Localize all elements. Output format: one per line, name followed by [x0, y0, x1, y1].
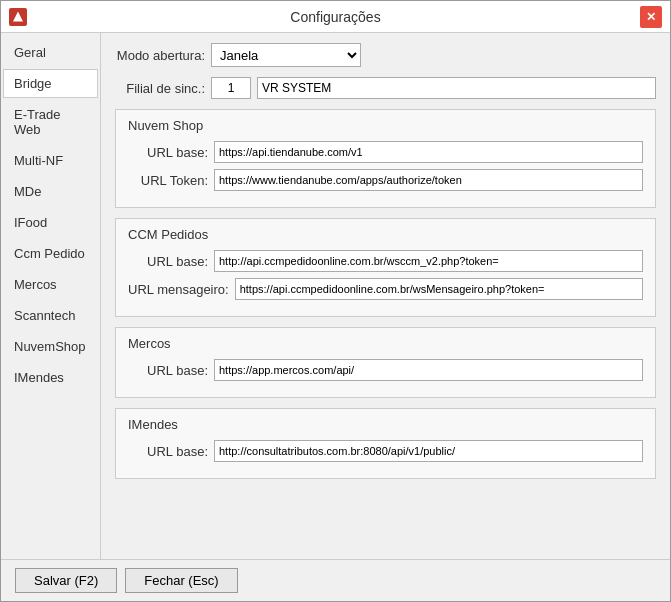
sidebar: Geral Bridge E-Trade Web Multi-NF MDe IF…: [1, 33, 101, 559]
imendes-section: IMendes URL base:: [115, 408, 656, 479]
imendes-url-base-input[interactable]: [214, 440, 643, 462]
mercos-url-base-input[interactable]: [214, 359, 643, 381]
mercos-title: Mercos: [128, 336, 643, 351]
window-title: Configurações: [1, 9, 670, 25]
nuvem-shop-url-token-row: URL Token:: [128, 169, 643, 191]
app-icon: [9, 8, 27, 26]
sidebar-item-mde[interactable]: MDe: [3, 177, 98, 206]
filial-sinc-name-input[interactable]: [257, 77, 656, 99]
ccm-url-base-row: URL base:: [128, 250, 643, 272]
nuvem-shop-url-base-row: URL base:: [128, 141, 643, 163]
ccm-url-msg-input[interactable]: [235, 278, 643, 300]
filial-sinc-label: Filial de sinc.:: [115, 81, 205, 96]
nuvem-shop-url-base-label: URL base:: [128, 145, 208, 160]
sidebar-item-mercos[interactable]: Mercos: [3, 270, 98, 299]
title-bar-left: [9, 8, 27, 26]
sidebar-item-scanntech[interactable]: Scanntech: [3, 301, 98, 330]
modo-abertura-row: Modo abertura: Janela: [115, 43, 656, 67]
nuvem-shop-url-token-label: URL Token:: [128, 173, 208, 188]
sidebar-item-geral[interactable]: Geral: [3, 38, 98, 67]
modo-abertura-label: Modo abertura:: [115, 48, 205, 63]
sidebar-item-imendes[interactable]: IMendes: [3, 363, 98, 392]
sidebar-item-nuvemshop[interactable]: NuvemShop: [3, 332, 98, 361]
ccm-pedidos-section: CCM Pedidos URL base: URL mensageiro:: [115, 218, 656, 317]
main-window: Configurações ✕ Geral Bridge E-Trade Web…: [0, 0, 671, 602]
mercos-url-base-row: URL base:: [128, 359, 643, 381]
ccm-url-base-label: URL base:: [128, 254, 208, 269]
sidebar-item-multinf[interactable]: Multi-NF: [3, 146, 98, 175]
nuvem-shop-title: Nuvem Shop: [128, 118, 643, 133]
nuvem-shop-section: Nuvem Shop URL base: URL Token:: [115, 109, 656, 208]
imendes-url-base-label: URL base:: [128, 444, 208, 459]
ccm-pedidos-title: CCM Pedidos: [128, 227, 643, 242]
ccm-url-msg-row: URL mensageiro:: [128, 278, 643, 300]
title-bar: Configurações ✕: [1, 1, 670, 33]
sidebar-item-ifood[interactable]: IFood: [3, 208, 98, 237]
sidebar-item-bridge[interactable]: Bridge: [3, 69, 98, 98]
ccm-url-base-input[interactable]: [214, 250, 643, 272]
close-button[interactable]: ✕: [640, 6, 662, 28]
filial-sinc-input[interactable]: [211, 77, 251, 99]
mercos-url-base-label: URL base:: [128, 363, 208, 378]
sidebar-item-ccm[interactable]: Ccm Pedido: [3, 239, 98, 268]
footer: Salvar (F2) Fechar (Esc): [1, 559, 670, 601]
save-button[interactable]: Salvar (F2): [15, 568, 117, 593]
imendes-url-base-row: URL base:: [128, 440, 643, 462]
content-area: Modo abertura: Janela Filial de sinc.: N…: [101, 33, 670, 559]
filial-sinc-row: Filial de sinc.:: [115, 77, 656, 99]
mercos-section: Mercos URL base:: [115, 327, 656, 398]
app-icon-inner: [13, 12, 23, 22]
nuvem-shop-url-base-input[interactable]: [214, 141, 643, 163]
main-content: Geral Bridge E-Trade Web Multi-NF MDe IF…: [1, 33, 670, 559]
sidebar-item-etrade[interactable]: E-Trade Web: [3, 100, 98, 144]
close-button-footer[interactable]: Fechar (Esc): [125, 568, 237, 593]
modo-abertura-select[interactable]: Janela: [211, 43, 361, 67]
ccm-url-msg-label: URL mensageiro:: [128, 282, 229, 297]
imendes-title: IMendes: [128, 417, 643, 432]
nuvem-shop-url-token-input[interactable]: [214, 169, 643, 191]
